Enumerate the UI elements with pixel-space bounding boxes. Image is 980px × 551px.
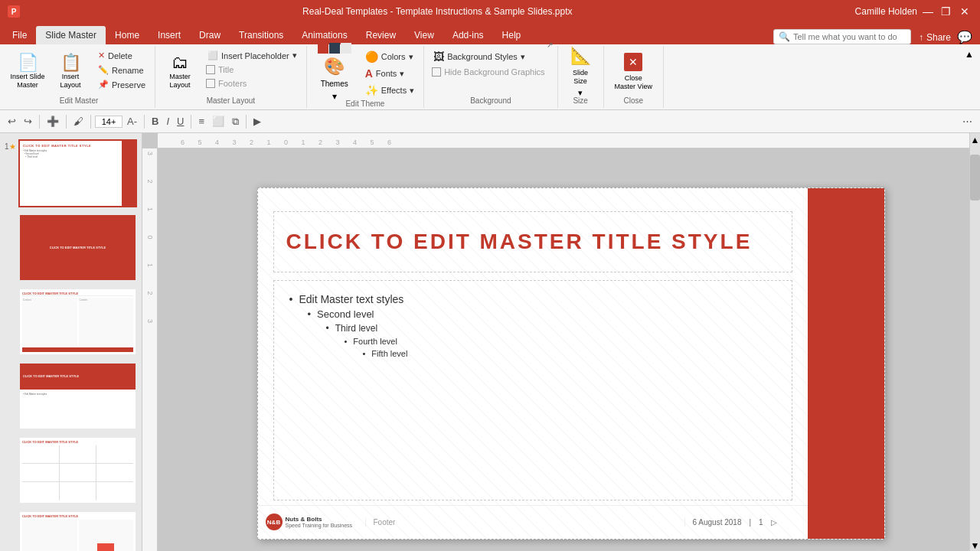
share-button[interactable]: ↑ Share <box>919 32 951 43</box>
format-painter-button[interactable]: 🖌 <box>70 114 87 129</box>
fonts-dropdown-icon: ▾ <box>400 69 404 79</box>
footers-checkbox[interactable] <box>206 79 215 88</box>
preserve-button[interactable]: 📌 Preserve <box>93 78 150 91</box>
close-master-view-button[interactable]: ✕ CloseMaster View <box>609 49 658 95</box>
slide-thumb-3[interactable]: CLICK TO EDIT MASTER TITLE STYLE Content… <box>18 288 137 356</box>
font-size-input[interactable]: 14+ <box>95 116 122 128</box>
slide-num-3 <box>5 288 15 291</box>
restore-button[interactable]: ❐ <box>939 4 954 19</box>
font-size-decrease-button[interactable]: A- <box>124 114 140 129</box>
footers-check[interactable]: Footers <box>203 77 302 90</box>
tab-slide-master[interactable]: Slide Master <box>36 26 106 44</box>
ribbon-group-edit-theme: 🎨 Themes ▾ 🟠 Colors ▾ A Fonts ▾ ✨ Ef <box>307 46 424 108</box>
tab-transitions[interactable]: Transitions <box>230 26 292 44</box>
slide-2-container: CLICK TO EDIT MASTER TITLE STYLE <box>5 214 137 282</box>
comments-icon[interactable]: 💬 <box>957 30 972 44</box>
placeholder-icon: ⬜ <box>207 51 218 60</box>
minimize-button[interactable]: — <box>920 4 936 19</box>
tab-help[interactable]: Help <box>493 26 531 44</box>
footer-arrow: ▷ <box>771 518 777 527</box>
slide-thumb-4[interactable]: CLICK TO EDIT MASTER TITLE STYLE • Edit … <box>18 362 137 430</box>
delete-button[interactable]: ✕ Delete <box>93 49 150 62</box>
italic-button[interactable]: I <box>163 114 172 129</box>
toolbar-separator-3 <box>90 115 91 129</box>
title-checkbox[interactable] <box>206 65 215 74</box>
slide-title-area[interactable]: CLICK TO EDIT MASTER TITLE STYLE <box>273 211 792 272</box>
underline-button[interactable]: U <box>174 114 187 129</box>
footer-center: Footer <box>365 518 685 527</box>
footer-right: 6 August 2018 | 1 ▷ <box>685 518 808 527</box>
content-level2: Second level <box>289 308 776 320</box>
ruler-left: 3 2 1 0 1 2 3 <box>142 148 158 551</box>
main-area: 1 CLICK TO EDIT MASTER TITLE STYLE • Edi… <box>0 133 980 551</box>
slide-3-container: CLICK TO EDIT MASTER TITLE STYLE Content… <box>5 288 137 356</box>
tab-animations[interactable]: Animations <box>292 26 356 44</box>
shapes-button[interactable]: ⬜ <box>209 114 227 129</box>
tab-view[interactable]: View <box>405 26 443 44</box>
tab-file[interactable]: File <box>3 26 36 44</box>
delete-icon: ✕ <box>98 51 105 60</box>
tab-addins[interactable]: Add-ins <box>443 26 493 44</box>
toolbar-separator-2 <box>66 115 67 129</box>
scrollbar-vertical[interactable]: ▲ ▼ + − <box>969 133 980 551</box>
arrange-button[interactable]: ⧉ <box>229 114 242 129</box>
scroll-up-button[interactable]: ▲ <box>970 133 980 147</box>
window-title: Real-Deal Templates - Template Instructi… <box>302 6 572 17</box>
ribbon-collapse-button[interactable]: ▲ <box>962 46 977 63</box>
present-button[interactable]: ▶ <box>250 114 264 129</box>
slide-size-button[interactable]: 📐 SlideSize ▾ <box>563 49 599 95</box>
tab-review[interactable]: Review <box>357 26 405 44</box>
slide-thumb-5[interactable]: CLICK TO EDIT MASTER TITLE STYLE <box>18 436 137 504</box>
fonts-button[interactable]: A Fonts ▾ <box>361 66 419 81</box>
content-level1: Edit Master text styles <box>289 293 776 305</box>
dropdown-arrow-icon: ▾ <box>292 51 297 60</box>
slide-main[interactable]: CLICK TO EDIT MASTER TITLE STYLE Edit Ma… <box>257 187 885 540</box>
search-box[interactable]: 🔍 <box>773 29 911 44</box>
scroll-thumb-vertical[interactable] <box>970 155 980 201</box>
preserve-icon: 📌 <box>98 80 109 90</box>
hide-bg-checkbox[interactable] <box>432 67 441 77</box>
footer-logo: N&B Nuts & Bolts Speed Training for Busi… <box>258 514 365 530</box>
colors-button[interactable]: 🟠 Colors ▾ <box>361 49 419 64</box>
slide-title: CLICK TO EDIT MASTER TITLE STYLE <box>286 230 753 254</box>
bold-button[interactable]: B <box>149 114 162 129</box>
fonts-icon: A <box>365 67 373 80</box>
slide-thumb-2[interactable]: CLICK TO EDIT MASTER TITLE STYLE <box>18 214 137 282</box>
insert-slide-master-button[interactable]: 📄 Insert SlideMaster <box>8 49 47 93</box>
background-styles-button[interactable]: 🖼 Background Styles ▾ <box>429 49 547 64</box>
master-layout-label: Master Layout <box>207 95 255 105</box>
close-button[interactable]: ✕ <box>957 4 972 19</box>
align-left-button[interactable]: ≡ <box>195 114 207 129</box>
slide-5-container: CLICK TO EDIT MASTER TITLE STYLE <box>5 436 137 504</box>
themes-button[interactable]: 🎨 Themes ▾ <box>312 49 358 95</box>
background-launcher-icon[interactable]: ↗ <box>547 41 553 49</box>
redo-button[interactable]: ↪ <box>21 114 35 129</box>
hide-background-check[interactable]: Hide Background Graphics <box>429 66 547 78</box>
close-label: Close <box>624 95 644 105</box>
title-check[interactable]: Title <box>203 64 302 76</box>
undo-button[interactable]: ↩ <box>5 114 19 129</box>
close-red-button[interactable]: ✕ <box>624 53 642 71</box>
effects-icon: ✨ <box>365 84 378 96</box>
slide-red-sidebar <box>808 188 884 539</box>
new-slide-button[interactable]: ➕ <box>44 114 62 129</box>
effects-button[interactable]: ✨ Effects ▾ <box>361 83 419 98</box>
slide-content-area[interactable]: Edit Master text styles Second level Thi… <box>273 280 792 500</box>
tab-insert[interactable]: Insert <box>149 26 190 44</box>
scroll-down-button[interactable]: ▼ <box>970 540 980 551</box>
insert-layout-button[interactable]: 📋 InsertLayout <box>51 49 90 93</box>
content-level5: Fifth level <box>289 349 776 358</box>
insert-placeholder-button[interactable]: ⬜ Insert Placeholder ▾ <box>203 49 302 62</box>
ribbon-tabs: File Slide Master Home Insert Draw Trans… <box>0 23 980 44</box>
tab-draw[interactable]: Draw <box>190 26 230 44</box>
overflow-button[interactable]: ⋯ <box>959 114 975 129</box>
slide-num-4 <box>5 362 15 365</box>
footer-date: 6 August 2018 <box>693 518 742 527</box>
master-layout-button[interactable]: 🗂 MasterLayout <box>160 49 200 93</box>
rename-button[interactable]: ✏️ Rename <box>93 64 150 77</box>
search-input[interactable] <box>793 32 900 41</box>
ribbon-group-background: 🖼 Background Styles ▾ Hide Background Gr… <box>424 46 557 108</box>
tab-home[interactable]: Home <box>106 26 149 44</box>
slide-thumb-6[interactable]: CLICK TO EDIT MASTER TITLE STYLE <box>18 510 137 551</box>
slide-thumb-1[interactable]: CLICK TO EDIT MASTER TITLE STYLE • Edit … <box>18 139 137 207</box>
